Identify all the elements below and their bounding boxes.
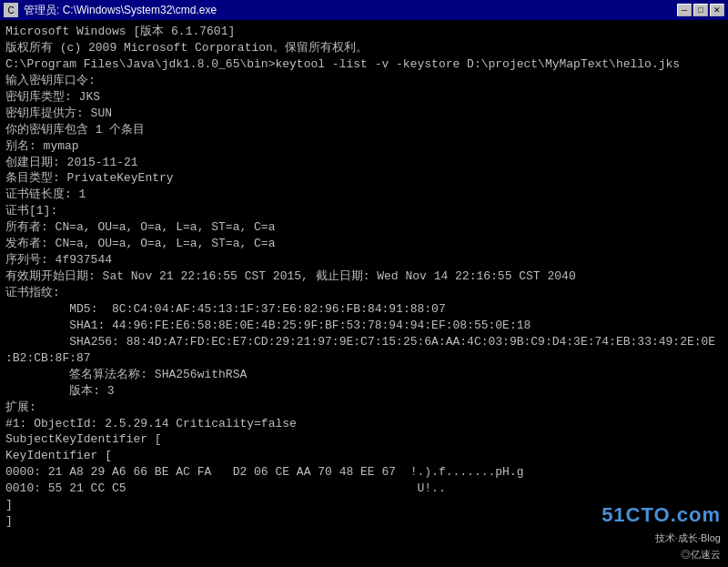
terminal-line: :B2:CB:8F:87 — [5, 350, 723, 367]
terminal-line: 证书指纹: — [5, 285, 723, 301]
terminal-line: MD5: 8C:C4:04:AF:45:13:1F:37:E6:82:96:FB… — [5, 301, 723, 318]
terminal-line: 0000: 21 A8 29 A6 66 BE AC FA D2 06 CE A… — [5, 464, 723, 481]
terminal-lines: Microsoft Windows [版本 6.1.7601]版权所有 (c) … — [5, 24, 723, 530]
terminal-line: KeyIdentifier [ — [5, 448, 723, 464]
blog-label: 技术·成长·Blog — [655, 532, 721, 545]
terminal-line: SHA256: 88:4D:A7:FD:EC:E7:CD:29:21:97:9E… — [5, 334, 723, 350]
terminal-line: C:\Program Files\Java\jdk1.8.0_65\bin>ke… — [5, 56, 723, 73]
terminal-line: 密钥库提供方: SUN — [5, 106, 723, 122]
terminal-line: 签名算法名称: SHA256withRSA — [5, 367, 723, 383]
brand-name: 51CTO — [602, 503, 671, 526]
titlebar-buttons: ─ □ ✕ — [677, 4, 724, 16]
close-button[interactable]: ✕ — [710, 4, 724, 16]
terminal-line: 输入密钥库口令: — [5, 73, 723, 89]
terminal-line: SHA1: 44:96:FE:E6:58:8E:0E:4B:25:9F:BF:5… — [5, 318, 723, 334]
terminal-line: 所有者: CN=a, OU=a, O=a, L=a, ST=a, C=a — [5, 219, 723, 236]
terminal-line: 版权所有 (c) 2009 Microsoft Corporation。保留所有… — [5, 40, 723, 56]
terminal-line: Microsoft Windows [版本 6.1.7601] — [5, 24, 723, 40]
terminal-line: SubjectKeyIdentifier [ — [5, 431, 723, 448]
terminal-line: 密钥库类型: JKS — [5, 89, 723, 106]
terminal-line: #1: ObjectId: 2.5.29.14 Criticality=fals… — [5, 416, 723, 432]
terminal-line: 发布者: CN=a, OU=a, O=a, L=a, ST=a, C=a — [5, 236, 723, 252]
terminal-line: 有效期开始日期: Sat Nov 21 22:16:55 CST 2015, 截… — [5, 268, 723, 285]
terminal-area: Microsoft Windows [版本 6.1.7601]版权所有 (c) … — [0, 20, 728, 567]
terminal-line: 版本: 3 — [5, 383, 723, 400]
window-title: 管理员: C:\Windows\System32\cmd.exe — [24, 3, 217, 18]
terminal-line: 条目类型: PrivateKeyEntry — [5, 170, 723, 187]
watermark: 51CTO.com 技术·成长·Blog ◎亿速云 — [602, 501, 721, 562]
cmd-icon: C — [4, 3, 18, 17]
titlebar-left: C 管理员: C:\Windows\System32\cmd.exe — [4, 3, 217, 18]
minimize-button[interactable]: ─ — [677, 4, 692, 16]
terminal-line: 你的密钥库包含 1 个条目 — [5, 122, 723, 138]
terminal-line: 序列号: 4f937544 — [5, 252, 723, 268]
brand-logo: 51CTO.com — [602, 501, 721, 530]
brand-domain: .com — [671, 503, 721, 526]
cloud-label: ◎亿速云 — [681, 548, 721, 562]
terminal-line: 扩展: — [5, 400, 723, 416]
terminal-line: 创建日期: 2015-11-21 — [5, 155, 723, 171]
maximize-button[interactable]: □ — [693, 4, 708, 16]
terminal-line: 别名: mymap — [5, 138, 723, 155]
terminal-line: 0010: 55 21 CC C5 U!.. — [5, 481, 723, 497]
terminal-line: 证书[1]: — [5, 203, 723, 219]
titlebar: C 管理员: C:\Windows\System32\cmd.exe ─ □ ✕ — [0, 0, 728, 20]
terminal-line: 证书链长度: 1 — [5, 187, 723, 203]
